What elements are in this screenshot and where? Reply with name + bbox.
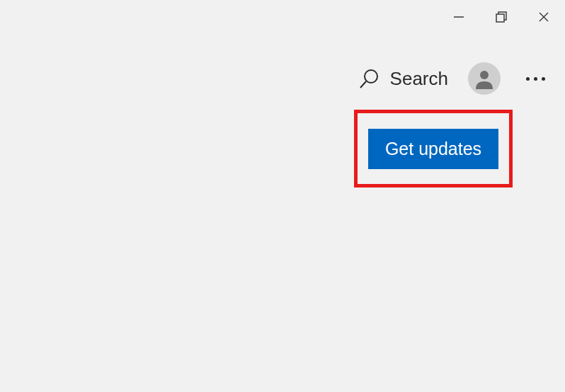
search-button[interactable]: Search xyxy=(359,68,448,90)
more-icon xyxy=(526,77,530,81)
minimize-icon xyxy=(453,11,464,23)
more-icon xyxy=(534,77,537,81)
search-label: Search xyxy=(390,68,448,90)
search-icon xyxy=(359,68,380,89)
account-button[interactable] xyxy=(468,62,501,95)
svg-point-4 xyxy=(365,70,377,83)
close-button[interactable] xyxy=(523,0,565,34)
highlight-annotation: Get updates xyxy=(354,110,513,188)
restore-button[interactable] xyxy=(480,0,523,34)
more-button[interactable] xyxy=(520,71,551,86)
get-updates-button[interactable]: Get updates xyxy=(368,129,498,169)
window-titlebar xyxy=(438,0,565,34)
person-icon xyxy=(472,67,496,91)
close-icon xyxy=(538,11,549,23)
more-icon xyxy=(542,77,545,81)
svg-line-5 xyxy=(360,81,366,88)
svg-rect-1 xyxy=(496,14,504,22)
restore-icon xyxy=(495,11,508,23)
minimize-button[interactable] xyxy=(438,0,480,34)
svg-point-6 xyxy=(480,71,489,79)
app-toolbar: Search xyxy=(359,62,551,95)
